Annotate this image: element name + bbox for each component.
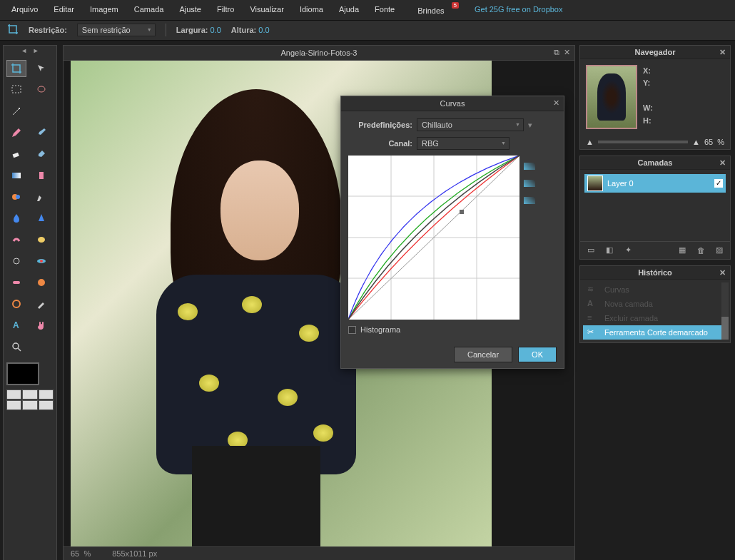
canal-dropdown[interactable]: RBG (417, 137, 510, 150)
menu-camada[interactable]: Camada (127, 3, 171, 17)
svg-rect-4 (12, 173, 21, 178)
pinch-tool[interactable] (6, 295, 26, 312)
bucket-tool[interactable] (31, 146, 51, 163)
svg-text:A: A (13, 320, 19, 330)
navigator-close-icon[interactable]: ✕ (719, 48, 726, 57)
cancel-button[interactable]: Cancelar (454, 347, 512, 362)
zoom-out-icon[interactable]: ▲ (586, 138, 594, 146)
layer-options-icon[interactable]: ▦ (676, 245, 689, 256)
history-item-crop[interactable]: ✂Ferramenta Corte demarcado (583, 325, 727, 340)
sponge-tool[interactable] (31, 231, 51, 248)
crop-tool-icon (7, 24, 19, 36)
sharpen-tool[interactable] (31, 210, 51, 227)
lasso-tool[interactable] (31, 81, 51, 98)
largura-label: Largura: (176, 26, 208, 34)
history-close-icon[interactable]: ✕ (719, 268, 726, 278)
layer-thumbnail (587, 175, 603, 191)
curve-picker-1[interactable] (524, 163, 535, 170)
menu-ajuda[interactable]: Ajuda (332, 3, 366, 17)
layers-close-icon[interactable]: ✕ (719, 158, 726, 168)
menu-visualizar[interactable]: Visualizar (243, 3, 291, 17)
color-palette[interactable] (6, 390, 54, 410)
delete-layer-icon[interactable]: 🗑 (694, 245, 707, 256)
empty-tool-1 (31, 103, 51, 120)
ok-button[interactable]: OK (518, 347, 557, 362)
history-scrollbar[interactable] (721, 282, 729, 340)
zoom-slider[interactable] (598, 141, 688, 143)
blur-tool[interactable] (6, 210, 26, 227)
replace-color-tool[interactable] (6, 188, 26, 205)
history-item-curvas[interactable]: ≋Curvas (583, 282, 727, 297)
canvas-title-text: Angela-Sirino-Fotos-3 (281, 49, 358, 57)
layers-panel: Camadas✕ Layer 0 ✓ ▭ ◧ ✦ ▦ 🗑 ▨ (579, 156, 731, 260)
dropbox-link[interactable]: Get 25G free on Dropbox (467, 3, 570, 17)
layer-fx-icon[interactable]: ✦ (622, 245, 634, 256)
menu-fonte[interactable]: Fonte (368, 3, 402, 17)
gradient-tool[interactable] (6, 167, 26, 184)
canvas-close-icon[interactable]: ✕ (564, 48, 570, 57)
draw-tool[interactable] (31, 188, 51, 205)
nav-zoom-value: 65 (704, 138, 713, 146)
menu-imagem[interactable]: Imagem (83, 3, 126, 17)
navigator-thumbnail[interactable] (586, 65, 637, 129)
menu-editar[interactable]: Editar (46, 3, 81, 17)
svg-point-1 (38, 86, 45, 92)
menu-brindes[interactable]: Brindes5 (403, 3, 466, 17)
new-layer-icon[interactable]: ▭ (584, 245, 597, 256)
curves-close-icon[interactable]: ✕ (553, 98, 559, 108)
bloat-tool[interactable] (31, 274, 51, 291)
picker-tool[interactable] (31, 295, 51, 312)
eraser-tool[interactable] (6, 146, 26, 163)
canvas-dimensions: 855x1011 px (112, 549, 157, 558)
wand-tool[interactable] (6, 103, 26, 120)
curve-picker-2[interactable] (524, 180, 535, 187)
preset-dropdown[interactable]: Chillauto (417, 118, 524, 131)
hand-tool[interactable] (31, 317, 51, 334)
layer-visibility-checkbox[interactable]: ✓ (714, 179, 723, 188)
restricao-dropdown[interactable]: Sem restrição (77, 24, 156, 36)
svg-point-2 (19, 108, 20, 109)
layer-mask-icon[interactable]: ◧ (603, 245, 616, 256)
menu-ajuste[interactable]: Ajuste (172, 3, 208, 17)
altura-value[interactable]: 0.0 (258, 26, 269, 34)
navigator-info: X:Y: W:H: (643, 65, 653, 129)
toolbox-arrows[interactable]: ◄ ► (4, 47, 56, 54)
zoom-tool[interactable] (6, 338, 26, 355)
histogram-checkbox[interactable] (348, 326, 356, 334)
spot-heal-tool[interactable] (6, 274, 26, 291)
curve-picker-3[interactable] (524, 197, 535, 204)
preset-label: Predefinições: (348, 121, 412, 129)
brush-tool[interactable] (31, 124, 51, 141)
nav-zoom-unit: % (717, 138, 724, 146)
history-item-nova-camada[interactable]: ANova camada (583, 297, 727, 311)
zoom-value: 65 (71, 549, 79, 558)
smudge-tool[interactable] (6, 231, 26, 248)
menu-arquivo[interactable]: Arquivo (4, 3, 45, 17)
canvas-statusbar: 65 % 855x1011 px (63, 547, 575, 560)
move-tool[interactable] (31, 60, 51, 77)
layer-row-0[interactable]: Layer 0 ✓ (584, 174, 726, 193)
canvas-popout-icon[interactable]: ⧉ (554, 48, 559, 57)
menu-idioma[interactable]: Idioma (293, 3, 330, 17)
svg-point-9 (14, 258, 19, 264)
menu-bar: Arquivo Editar Imagem Camada Ajuste Filt… (0, 0, 735, 21)
curves-graph[interactable] (348, 156, 519, 320)
history-item-excluir-camada[interactable]: ≡Excluir camada (583, 311, 727, 325)
crop-tool[interactable] (6, 60, 26, 77)
menu-filtro[interactable]: Filtro (210, 3, 241, 17)
layer-settings-icon[interactable]: ▨ (713, 245, 726, 256)
clone-tool[interactable] (31, 167, 51, 184)
svg-rect-3 (13, 152, 19, 157)
altura-label: Altura: (231, 26, 256, 34)
marquee-tool[interactable] (6, 81, 26, 98)
redeye-tool[interactable] (31, 253, 51, 270)
dodge-tool[interactable] (6, 253, 26, 270)
zoom-in-icon[interactable]: ▲ (692, 138, 700, 146)
foreground-swatch[interactable] (6, 362, 39, 385)
svg-point-7 (16, 195, 20, 199)
largura-value[interactable]: 0.0 (210, 26, 220, 34)
type-tool[interactable]: A (6, 317, 26, 334)
preset-menu-icon[interactable]: ▾ (528, 121, 532, 130)
pencil-tool[interactable] (6, 124, 26, 141)
curves-dialog: Curvas✕ Predefinições: Chillauto ▾ Canal… (340, 96, 564, 369)
